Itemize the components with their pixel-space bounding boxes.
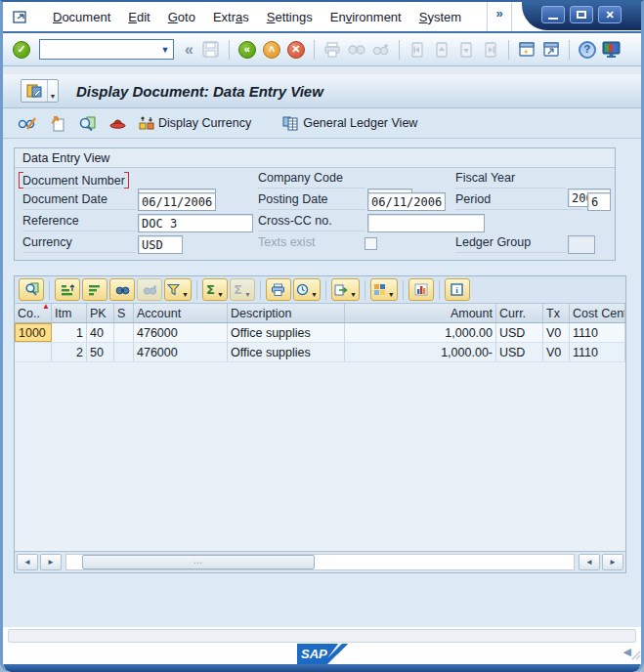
scroll-right-button[interactable]: ► xyxy=(602,554,623,570)
posting-date-field[interactable]: 06/11/2006 xyxy=(367,192,446,211)
menu-overflow-chevron[interactable]: » xyxy=(487,2,512,31)
cell-amount[interactable]: 1,000.00- xyxy=(345,343,496,361)
cell-description[interactable]: Office supplies xyxy=(228,343,345,361)
cell-tax[interactable]: V0 xyxy=(543,323,570,342)
general-ledger-view-button[interactable]: General Ledger View xyxy=(279,111,420,135)
reference-field[interactable]: DOC 3 xyxy=(138,214,253,232)
ledger-group-field[interactable] xyxy=(568,235,595,254)
menu-item-environment[interactable]: Environment xyxy=(322,7,410,27)
views-button[interactable]: ▼ xyxy=(293,278,321,301)
chevron-down-icon[interactable]: ▼ xyxy=(182,291,189,300)
cross-cc-field[interactable] xyxy=(367,214,485,232)
command-field[interactable]: ▼ xyxy=(39,39,174,60)
chevron-down-icon[interactable]: ▼ xyxy=(388,291,395,300)
cell-s[interactable] xyxy=(114,323,134,342)
column-header-currency[interactable]: Curr. xyxy=(496,304,543,322)
sap-logo: SAP xyxy=(297,644,348,668)
scroll-right-button[interactable]: ► xyxy=(40,554,62,570)
information-button[interactable]: i xyxy=(445,278,470,301)
export-button[interactable]: ▼ xyxy=(331,278,360,301)
menu-item-extras[interactable]: Extras xyxy=(204,7,258,27)
find-button[interactable] xyxy=(109,278,135,301)
grid-row[interactable]: 1000 1 40 476000 Office supplies 1,000.0… xyxy=(15,323,625,343)
cell-item[interactable]: 2 xyxy=(52,343,87,361)
scrollbar-thumb[interactable]: ⋯ xyxy=(82,555,316,569)
grid-row[interactable]: 2 50 476000 Office supplies 1,000.00- US… xyxy=(15,343,625,362)
display-currency-button[interactable]: Display Currency xyxy=(136,111,254,135)
currency-field[interactable]: USD xyxy=(138,235,183,254)
collapse-icon[interactable]: « xyxy=(181,41,197,59)
print-button[interactable] xyxy=(266,278,291,301)
details-button[interactable] xyxy=(19,278,44,301)
chevron-down-icon[interactable]: ▼ xyxy=(47,80,58,102)
sort-ascending-button[interactable] xyxy=(55,278,80,301)
exit-button[interactable]: ˄ xyxy=(261,39,282,61)
cell-cost-center[interactable]: 1110 xyxy=(570,343,625,361)
cell-currency[interactable]: USD xyxy=(496,343,543,361)
column-header-account[interactable]: Account xyxy=(134,304,228,322)
menu-item-system[interactable]: System xyxy=(410,7,470,27)
chevron-down-icon[interactable]: ▼ xyxy=(350,291,357,300)
maximize-button[interactable] xyxy=(570,6,593,23)
grid-header-row: Co..▲ Itm PK S Account Description Amoun… xyxy=(15,304,625,323)
title-menu-button[interactable]: ▼ xyxy=(21,79,59,103)
select-document-button[interactable] xyxy=(46,111,69,135)
column-header-posting-key[interactable]: PK xyxy=(87,304,114,322)
scrollbar-track[interactable]: ⋯ xyxy=(65,554,575,570)
cancel-button[interactable]: ✕ xyxy=(285,39,307,61)
filter-button[interactable]: ▼ xyxy=(164,278,192,301)
minimize-button[interactable] xyxy=(541,6,565,23)
close-button[interactable]: ✕ xyxy=(598,6,622,23)
help-button[interactable]: ? xyxy=(577,39,598,61)
column-header-company-code[interactable]: Co..▲ xyxy=(15,304,52,322)
menu-label-accel: D xyxy=(53,10,62,24)
document-date-field[interactable]: 06/11/2006 xyxy=(138,192,216,211)
scroll-left-button[interactable]: ◄ xyxy=(579,554,600,570)
cell-company-code[interactable] xyxy=(15,343,52,361)
create-shortcut-button[interactable] xyxy=(540,39,562,61)
cell-tax[interactable]: V0 xyxy=(543,343,570,361)
status-message-field[interactable] xyxy=(8,629,636,643)
cell-posting-key[interactable]: 40 xyxy=(87,323,114,342)
scroll-left-button[interactable]: ◄ xyxy=(17,554,38,570)
column-header-amount[interactable]: Amount xyxy=(345,304,496,322)
column-header-cost-center[interactable]: Cost Cent xyxy=(570,304,625,322)
new-session-button[interactable] xyxy=(516,39,537,61)
graphic-button[interactable] xyxy=(408,278,434,301)
cell-posting-key[interactable]: 50 xyxy=(87,343,114,361)
taxes-button[interactable] xyxy=(106,111,130,135)
search-button[interactable] xyxy=(75,111,100,135)
cell-account[interactable]: 476000 xyxy=(134,323,228,342)
menu-item-document[interactable]: Document xyxy=(44,7,119,27)
enter-button[interactable]: ✓ xyxy=(11,39,32,61)
cell-item[interactable]: 1 xyxy=(52,323,87,342)
resize-grip-icon[interactable] xyxy=(629,647,641,664)
cell-amount[interactable]: 1,000.00 xyxy=(345,323,496,342)
cell-s[interactable] xyxy=(114,343,134,361)
texts-exist-checkbox[interactable] xyxy=(365,237,377,250)
cell-cost-center[interactable]: 1110 xyxy=(570,323,625,342)
display-change-button[interactable] xyxy=(15,111,40,135)
cell-company-code[interactable]: 1000 xyxy=(15,323,52,342)
menu-item-settings[interactable]: Settings xyxy=(258,7,322,27)
period-field[interactable]: 6 xyxy=(587,192,611,211)
chevron-down-icon[interactable]: ▼ xyxy=(217,291,224,300)
menu-item-goto[interactable]: Goto xyxy=(159,7,204,27)
chevron-down-icon[interactable]: ▼ xyxy=(157,40,173,59)
system-menu-icon[interactable] xyxy=(13,9,30,24)
column-header-item[interactable]: Itm xyxy=(52,304,87,322)
menu-item-edit[interactable]: Edit xyxy=(119,7,158,27)
column-header-description[interactable]: Description xyxy=(228,304,345,322)
cell-account[interactable]: 476000 xyxy=(134,343,228,361)
back-button[interactable]: « xyxy=(236,39,258,61)
cell-currency[interactable]: USD xyxy=(496,323,543,342)
command-input[interactable] xyxy=(40,41,157,58)
cell-description[interactable]: Office supplies xyxy=(228,323,345,342)
column-header-s[interactable]: S xyxy=(114,304,134,322)
choose-layout-button[interactable]: ▼ xyxy=(370,278,398,301)
total-button[interactable]: Σ ▼ xyxy=(202,278,228,301)
chevron-down-icon[interactable]: ▼ xyxy=(311,291,318,300)
column-header-tax[interactable]: Tx xyxy=(543,304,570,322)
customize-layout-button[interactable] xyxy=(601,39,623,61)
sort-descending-button[interactable] xyxy=(82,278,107,301)
